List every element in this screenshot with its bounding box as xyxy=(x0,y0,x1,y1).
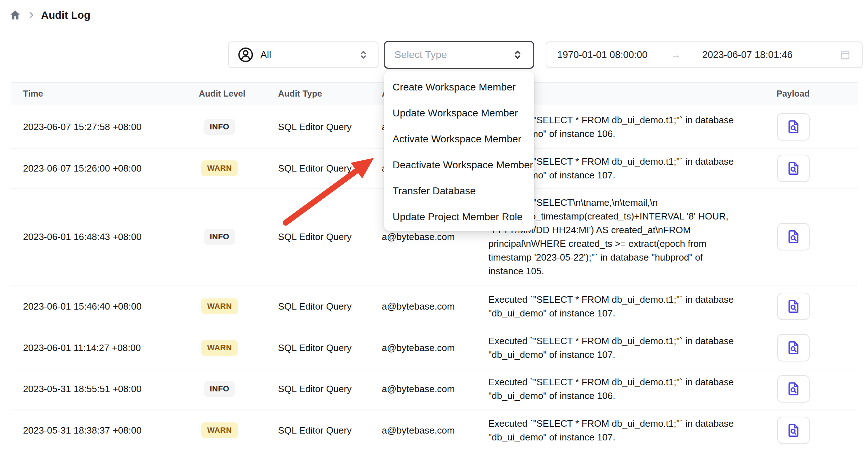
audit-type-cell: SQL Editor Query xyxy=(278,121,352,132)
user-circle-icon xyxy=(237,46,254,63)
audit-type-cell: SQL Editor Query xyxy=(278,301,352,312)
home-icon[interactable] xyxy=(9,9,22,22)
type-filter-dropdown: Create Workspace Member Update Workspace… xyxy=(384,71,534,231)
audit-type-cell: SQL Editor Query xyxy=(278,163,352,174)
chevron-up-down-icon xyxy=(511,49,524,61)
actor-filter-select[interactable]: All xyxy=(228,41,379,68)
time-cell: 2023-06-07 15:27:58 +08:00 xyxy=(23,121,142,132)
payload-view-button[interactable] xyxy=(777,375,810,403)
payload-view-button[interactable] xyxy=(777,293,810,320)
type-filter-placeholder: Select Type xyxy=(394,49,511,61)
chevron-up-down-icon xyxy=(358,49,369,61)
column-header-time: Time xyxy=(23,89,43,99)
file-search-icon xyxy=(785,228,802,245)
chevron-right-icon xyxy=(27,10,36,20)
payload-view-button[interactable] xyxy=(777,113,810,141)
comment-cell: Executed `"SELECT * FROM db_ui_demo.t1;"… xyxy=(488,293,766,320)
range-arrow-icon: → xyxy=(671,49,681,61)
page-title: Audit Log xyxy=(41,9,90,21)
audit-level-cell: WARN xyxy=(199,422,240,438)
payload-cell xyxy=(777,113,810,141)
audit-type-cell: SQL Editor Query xyxy=(278,425,352,436)
audit-type-cell: SQL Editor Query xyxy=(278,231,352,243)
audit-level-cell: INFO xyxy=(199,229,240,245)
column-header-payload: Payload xyxy=(777,89,810,99)
time-cell: 2023-05-31 18:38:37 +08:00 xyxy=(23,425,142,436)
payload-view-button[interactable] xyxy=(777,417,810,444)
time-cell: 2023-06-01 15:46:40 +08:00 xyxy=(23,301,142,312)
time-cell: 2023-06-01 11:14:27 +08:00 xyxy=(23,342,141,353)
audit-type-cell: SQL Editor Query xyxy=(278,383,352,394)
audit-level-badge: WARN xyxy=(201,160,237,176)
audit-level-cell: WARN xyxy=(199,340,240,356)
comment-cell: Executed `"SELECT * FROM db_ui_demo.t1;"… xyxy=(488,334,766,361)
dropdown-option-update-project-member-role[interactable]: Update Project Member Role xyxy=(384,204,534,230)
payload-view-button[interactable] xyxy=(777,155,810,182)
calendar-icon xyxy=(840,49,851,61)
payload-cell xyxy=(777,293,810,320)
time-cell: 2023-05-31 18:55:51 +08:00 xyxy=(23,383,142,394)
audit-level-badge: WARN xyxy=(201,298,237,314)
column-header-audit-level: Audit Level xyxy=(199,89,245,99)
comment-cell: Executed `"SELECT * FROM db_ui_demo.t1;"… xyxy=(488,417,766,444)
dropdown-option-update-workspace-member[interactable]: Update Workspace Member xyxy=(384,100,534,126)
time-cell: 2023-06-07 15:26:00 +08:00 xyxy=(23,163,142,174)
dropdown-option-transfer-database[interactable]: Transfer Database xyxy=(384,178,534,204)
payload-cell xyxy=(777,155,810,182)
file-search-icon xyxy=(785,381,802,397)
audit-type-cell: SQL Editor Query xyxy=(278,342,352,353)
audit-level-cell: WARN xyxy=(199,160,240,176)
actor-cell: a@bytebase.com xyxy=(382,425,455,436)
audit-level-badge: WARN xyxy=(201,340,237,356)
actor-cell: a@bytebase.com xyxy=(382,383,455,394)
file-search-icon xyxy=(785,422,802,439)
type-filter-select[interactable]: Select Type xyxy=(384,41,534,69)
payload-view-button[interactable] xyxy=(777,223,810,250)
audit-level-cell: WARN xyxy=(199,298,240,314)
audit-level-cell: INFO xyxy=(199,381,240,397)
payload-cell xyxy=(777,223,810,250)
file-search-icon xyxy=(785,119,802,135)
breadcrumb: Audit Log xyxy=(9,9,90,22)
audit-level-badge: INFO xyxy=(204,381,235,397)
column-header-audit-type: Audit Type xyxy=(278,89,322,99)
actor-cell: a@bytebase.com xyxy=(382,301,455,312)
date-range-end[interactable]: 2023-06-07 18:01:46 xyxy=(702,49,793,61)
actor-cell: a@bytebase.com xyxy=(382,342,455,353)
table-row: 2023-06-01 11:14:27 +08:00 WARN SQL Edit… xyxy=(11,327,858,368)
comment-cell: Executed `"SELECT * FROM db_ui_demo.t1;"… xyxy=(488,375,766,403)
audit-log-page: Audit Log All Select Type 1970-01-01 08:… xyxy=(0,0,868,457)
payload-cell xyxy=(777,417,810,444)
actor-cell: a@bytebase.com xyxy=(382,231,455,243)
audit-level-badge: WARN xyxy=(201,422,237,438)
file-search-icon xyxy=(785,340,802,356)
audit-level-badge: INFO xyxy=(204,229,235,245)
dropdown-option-deactivate-workspace-member[interactable]: Deactivate Workspace Member xyxy=(384,152,534,178)
table-row: 2023-05-31 18:38:37 +08:00 WARN SQL Edit… xyxy=(11,409,858,451)
dropdown-option-activate-workspace-member[interactable]: Activate Workspace Member xyxy=(384,126,534,152)
audit-level-badge: INFO xyxy=(204,119,235,135)
audit-level-cell: INFO xyxy=(199,119,240,135)
dropdown-option-create-workspace-member[interactable]: Create Workspace Member xyxy=(384,74,534,100)
actor-filter-value: All xyxy=(260,49,358,61)
date-range-start[interactable]: 1970-01-01 08:00:00 xyxy=(557,49,648,61)
file-search-icon xyxy=(785,298,802,315)
file-search-icon xyxy=(785,160,802,177)
time-cell: 2023-06-01 16:48:43 +08:00 xyxy=(23,231,142,243)
payload-cell xyxy=(777,334,810,361)
table-row: 2023-06-01 15:46:40 +08:00 WARN SQL Edit… xyxy=(11,285,858,327)
payload-view-button[interactable] xyxy=(777,334,810,361)
payload-cell xyxy=(777,375,810,403)
date-range-picker[interactable]: 1970-01-01 08:00:00 → 2023-06-07 18:01:4… xyxy=(546,41,863,68)
table-row: 2023-05-31 18:55:51 +08:00 INFO SQL Edit… xyxy=(11,368,858,409)
